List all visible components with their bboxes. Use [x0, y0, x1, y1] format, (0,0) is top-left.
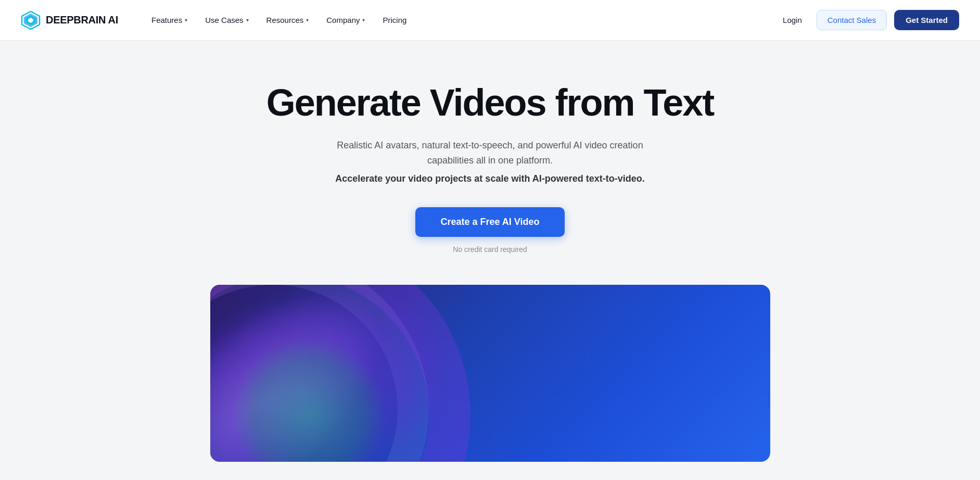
- video-preview: [210, 285, 770, 462]
- deepbrain-logo-icon: [21, 10, 41, 30]
- hero-subtitle-bold: Accelerate your video projects at scale …: [335, 171, 645, 186]
- cta-button[interactable]: Create a Free AI Video: [415, 207, 564, 237]
- hero-title: Generate Videos from Text: [266, 82, 714, 123]
- resources-chevron-icon: ▾: [306, 17, 309, 23]
- hero-subtitle: Realistic AI avatars, natural text-to-sp…: [313, 138, 667, 168]
- features-chevron-icon: ▾: [185, 17, 187, 23]
- brand-name: DEEPBRAIN AI: [46, 14, 118, 26]
- navbar: DEEPBRAIN AI Features ▾ Use Cases ▾ Reso…: [0, 0, 980, 41]
- company-chevron-icon: ▾: [362, 17, 365, 23]
- nav-pricing[interactable]: Pricing: [375, 11, 414, 29]
- nav-resources[interactable]: Resources ▾: [259, 11, 316, 29]
- navbar-actions: Login Contact Sales Get Started: [775, 10, 959, 30]
- use-cases-chevron-icon: ▾: [246, 17, 249, 23]
- nav-company[interactable]: Company ▾: [319, 11, 372, 29]
- logo-link[interactable]: DEEPBRAIN AI: [21, 10, 118, 30]
- no-credit-card-text: No credit card required: [453, 245, 527, 254]
- video-preview-background: [210, 285, 770, 462]
- main-nav: Features ▾ Use Cases ▾ Resources ▾ Compa…: [144, 11, 775, 29]
- nav-use-cases[interactable]: Use Cases ▾: [198, 11, 256, 29]
- hero-section: Generate Videos from Text Realistic AI a…: [0, 41, 980, 480]
- nav-features[interactable]: Features ▾: [144, 11, 195, 29]
- login-button[interactable]: Login: [775, 11, 809, 29]
- get-started-button[interactable]: Get Started: [894, 10, 959, 30]
- contact-sales-button[interactable]: Contact Sales: [817, 10, 887, 30]
